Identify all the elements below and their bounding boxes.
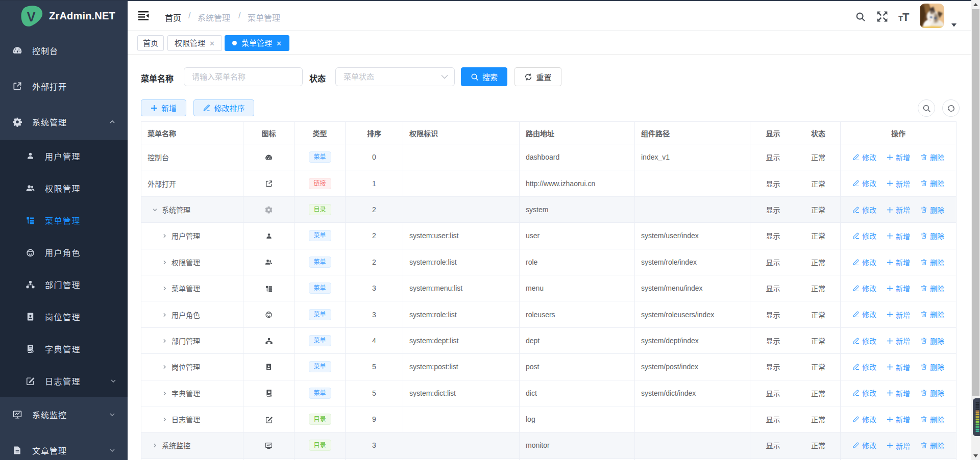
svg-text:T: T [902, 11, 910, 22]
svg-text:V: V [27, 10, 36, 24]
